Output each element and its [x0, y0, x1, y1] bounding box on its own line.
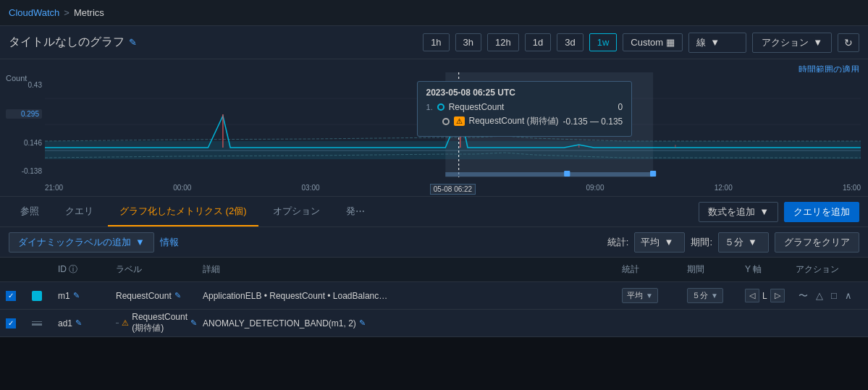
refresh-button[interactable]: ↻ — [838, 33, 859, 52]
row1-checkbox[interactable]: ✓ — [6, 291, 16, 301]
breadcrumb-metrics: Metrics — [74, 7, 104, 18]
time-12h-button[interactable]: 12h — [487, 33, 519, 51]
add-formula-label: 数式を追加 — [708, 205, 755, 219]
row1-action-up[interactable]: ∧ — [842, 289, 855, 302]
tabs-left: 参照 クエリ グラフ化したメトリクス (2個) オプション 発⋯ — [9, 198, 379, 226]
row1-id-edit-icon[interactable]: ✎ — [73, 291, 80, 300]
time-1w-button[interactable]: 1w — [589, 33, 618, 51]
tooltip-name-2: RequestCount (期待値) — [469, 115, 559, 127]
x-label-2: 00:00 — [173, 184, 191, 195]
y-value-3: 0.146 — [6, 139, 42, 147]
time-1h-button[interactable]: 1h — [423, 33, 449, 51]
tooltip-range: -0.135 — 0.135 — [563, 116, 623, 127]
col-label: ラベル — [113, 263, 200, 276]
custom-label: Custom — [631, 37, 663, 48]
controls-right: 統計: 平均 ▼ 期間: ５分 ▼ グラフをクリア — [607, 232, 859, 253]
tab-options[interactable]: オプション — [261, 198, 332, 226]
time-3d-button[interactable]: 3d — [557, 33, 583, 51]
row1-label-edit-icon[interactable]: ✎ — [174, 291, 181, 300]
title-edit-icon[interactable]: ✎ — [129, 37, 137, 48]
row2-detail-cell: ANOMALY_DETECTION_BAND(m1, 2) ✎ — [200, 318, 619, 328]
row1-yaxis-left[interactable]: ◁ — [745, 289, 759, 302]
period-value: ５分 — [725, 236, 743, 249]
row2-dash-prefix — [116, 323, 119, 323]
chart-container: 時間範囲の適用 Count 0.43 0.295 0.146 -0.138 — [0, 59, 868, 197]
checkbox-check-2: ✓ — [8, 319, 14, 327]
time-custom-button[interactable]: Custom ▦ — [623, 33, 683, 51]
tab-browse[interactable]: 参照 — [9, 198, 51, 226]
y-value-bottom: -0.138 — [6, 167, 42, 175]
add-formula-button[interactable]: 数式を追加 ▼ — [699, 202, 778, 222]
row1-checkbox-cell: ✓ — [3, 291, 29, 301]
row2-label-cell: ⚠ RequestCount (期待値) ✎ — [113, 312, 200, 334]
period-chevron: ▼ — [748, 237, 757, 247]
stat-value: 平均 — [641, 236, 660, 249]
row2-detail: ANOMALY_DETECTION_BAND(m1, 2) — [203, 318, 356, 328]
chart-type-value: 線 — [696, 36, 706, 49]
table-row: ✓ m1 ✎ RequestCount ✎ ApplicationELB • R… — [0, 282, 868, 310]
row1-id-cell: m1 ✎ — [55, 291, 113, 301]
tabs-bar: 参照 クエリ グラフ化したメトリクス (2個) オプション 発⋯ 数式を追加 ▼… — [0, 197, 868, 227]
tooltip-title: 2023-05-08 06:25 UTC — [426, 88, 623, 98]
controls-left: ダイナミックラベルの追加 ▼ 情報 — [9, 232, 179, 253]
actions-chevron: ▼ — [813, 37, 822, 48]
row1-period-value: ５分 — [692, 290, 708, 301]
breadcrumb-separator: > — [64, 7, 69, 18]
row2-label-edit-icon[interactable]: ✎ — [190, 318, 197, 328]
col-period: 期間 — [684, 263, 742, 276]
tab-alerts[interactable]: 発⋯ — [334, 198, 376, 226]
chart-type-select[interactable]: 線 ▼ — [688, 33, 746, 53]
row2-id-cell: ad1 ✎ — [55, 318, 113, 328]
row1-period-chevron: ▼ — [711, 292, 718, 300]
y-value-top: 0.43 — [6, 81, 42, 89]
row1-period-select[interactable]: ５分 ▼ — [687, 288, 723, 303]
row2-label: RequestCount (期待値) — [132, 312, 187, 334]
row2-checkbox-cell: ✓ — [3, 318, 29, 328]
x-label-1: 21:00 — [45, 184, 63, 195]
tooltip-row-2: ⚠ RequestCount (期待値) -0.135 — 0.135 — [426, 115, 623, 127]
time-1d-button[interactable]: 1d — [525, 33, 551, 51]
period-select[interactable]: ５分 ▼ — [718, 232, 769, 253]
x-label-5: 09:00 — [586, 184, 604, 195]
row2-detail-link-icon[interactable]: ✎ — [359, 318, 366, 328]
row1-action-alarm[interactable]: △ — [813, 289, 826, 302]
actions-label: アクション — [762, 36, 809, 49]
period-label: 期間: — [691, 236, 712, 249]
dynamic-label-text: ダイナミックラベルの追加 — [18, 236, 131, 249]
row1-stat-select[interactable]: 平均 ▼ — [622, 288, 658, 303]
breadcrumb-cloudwatch[interactable]: CloudWatch — [9, 7, 59, 18]
row1-color-swatch[interactable] — [32, 291, 42, 301]
tooltip-index: 1. — [426, 103, 433, 111]
row1-action-wave[interactable]: 〜 — [796, 288, 811, 304]
clear-graph-button[interactable]: グラフをクリア — [775, 232, 859, 253]
row1-action-copy[interactable]: □ — [828, 289, 840, 302]
row2-checkbox[interactable]: ✓ — [6, 318, 16, 328]
row1-yaxis-right[interactable]: ▷ — [770, 289, 785, 302]
chart-type-chevron: ▼ — [710, 37, 720, 48]
add-query-button[interactable]: クエリを追加 — [784, 202, 859, 222]
stat-chevron: ▼ — [664, 237, 673, 247]
tooltip-row-1: 1. RequestCount 0 — [426, 102, 623, 112]
calendar-icon: ▦ — [666, 37, 675, 48]
row1-label-cell: RequestCount ✎ — [113, 291, 200, 301]
dynamic-label-icon: ▼ — [135, 237, 145, 247]
stat-select[interactable]: 平均 ▼ — [634, 232, 685, 253]
tab-graphed-metrics[interactable]: グラフ化したメトリクス (2個) — [108, 198, 258, 226]
tooltip-dot-2 — [442, 118, 450, 125]
x-label-3: 03:00 — [302, 184, 320, 195]
breadcrumb: CloudWatch > Metrics — [9, 7, 104, 18]
time-3h-button[interactable]: 3h — [455, 33, 481, 51]
row1-stat-value: 平均 — [627, 290, 643, 301]
row2-color-cell — [29, 321, 55, 326]
x-axis: 21:00 00:00 03:00 05-08 06:22 09:00 12:0… — [45, 184, 861, 195]
actions-button[interactable]: アクション ▼ — [752, 33, 832, 53]
tab-query[interactable]: クエリ — [54, 198, 105, 226]
info-link[interactable]: 情報 — [160, 236, 179, 249]
x-label-7: 15:00 — [843, 184, 861, 195]
row1-yaxis-cell: ◁ L ▷ — [742, 289, 793, 302]
col-id: ID ⓘ — [55, 263, 113, 276]
dynamic-label-button[interactable]: ダイナミックラベルの追加 ▼ — [9, 232, 154, 253]
row2-id-edit-icon[interactable]: ✎ — [75, 318, 82, 328]
x-label-selected: 05-08 06:22 — [430, 184, 476, 195]
row2-warning-icon: ⚠ — [122, 318, 129, 328]
